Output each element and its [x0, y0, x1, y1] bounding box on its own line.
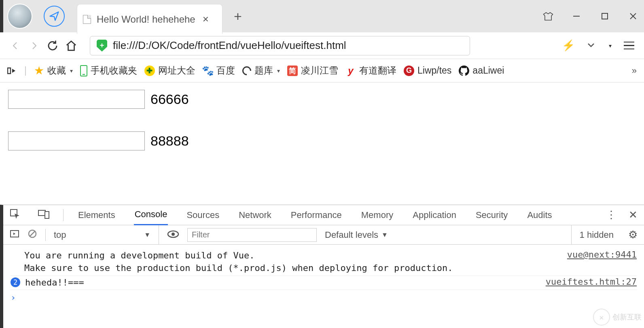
main-menu-button[interactable]	[624, 42, 634, 50]
console-sidebar-toggle[interactable]	[10, 229, 19, 241]
window-controls	[543, 0, 638, 32]
console-toolbar: top ▼ Default levels ▼ 1 hidden ⚙	[3, 225, 644, 245]
bookmarks-bar: | ★收藏▾ 手机收藏夹 ✚网址大全 🐾百度 题库▾ 简凌川江雪 y有道翻译 G…	[0, 59, 644, 83]
message-source-link[interactable]: vueiftest.html:27	[546, 277, 637, 287]
devtools-tabbar: Elements Console Sources Network Perform…	[3, 205, 644, 225]
text-input-1[interactable]	[8, 131, 145, 150]
console-prompt[interactable]: ›	[11, 290, 637, 303]
clear-console-button[interactable]	[28, 229, 37, 241]
jianshu-icon: 简	[287, 66, 298, 76]
new-tab-button[interactable]: +	[234, 8, 242, 24]
context-selector[interactable]: top ▼	[54, 225, 159, 244]
live-expression-button[interactable]	[167, 229, 179, 241]
bookmark-item-4[interactable]: y有道翻译	[345, 64, 396, 77]
tab-elements[interactable]: Elements	[77, 205, 116, 225]
sidebar-toggle-button[interactable]	[7, 66, 17, 75]
star-icon: ★	[34, 64, 44, 77]
browser-tab[interactable]: Hello World! hehehehe ×	[77, 4, 222, 34]
browser-titlebar: Hello World! hehehehe × +	[0, 0, 644, 32]
context-label: top	[54, 230, 66, 240]
url-input-box[interactable]: + file:///D:/OK/Code/frontEnd/vueHello/v…	[90, 36, 470, 55]
content-row-0: 66666	[8, 90, 636, 109]
bookmark-item-2[interactable]: 题库▾	[242, 64, 280, 77]
github-icon	[459, 66, 469, 76]
bookmark-item-0[interactable]: ✚网址大全	[144, 64, 195, 77]
value-text-0: 66666	[150, 91, 189, 107]
hidden-messages-count[interactable]: 1 hidden	[571, 225, 614, 244]
tab-network[interactable]: Network	[238, 205, 272, 225]
levels-label: Default levels	[325, 230, 378, 240]
maximize-button[interactable]	[600, 11, 610, 21]
speed-bolt-icon[interactable]: ⚡	[562, 39, 575, 52]
profile-avatar[interactable]	[7, 4, 32, 29]
watermark: ✕ 创新互联	[593, 309, 642, 326]
bookmark-label: 凌川江雪	[301, 64, 338, 77]
forward-button[interactable]	[27, 38, 41, 53]
text-input-0[interactable]	[8, 90, 145, 109]
tab-security[interactable]: Security	[475, 205, 508, 225]
tab-close-button[interactable]: ×	[203, 13, 209, 25]
url-text: file:///D:/OK/Code/frontEnd/vueHello/vue…	[113, 39, 346, 52]
bookmark-item-1[interactable]: 🐾百度	[203, 64, 235, 77]
console-filter-input[interactable]	[187, 228, 317, 242]
message-count-badge: 2	[11, 277, 20, 287]
bookmark-label: 百度	[216, 64, 235, 77]
page-file-icon	[83, 15, 91, 24]
console-output: You are running a development build of V…	[3, 245, 644, 328]
log-levels-selector[interactable]: Default levels ▼	[325, 230, 388, 240]
svg-rect-6	[38, 210, 45, 216]
skin-button[interactable]	[543, 11, 553, 21]
360-icon: ✚	[144, 66, 155, 76]
value-text-1: 88888	[150, 133, 189, 149]
bookmarks-overflow-button[interactable]: »	[632, 66, 637, 76]
bookmark-label: aaLiwei	[472, 65, 504, 76]
bookmark-item-3[interactable]: 简凌川江雪	[287, 64, 338, 77]
minimize-button[interactable]	[571, 11, 582, 21]
address-right-controls: ⚡ ▾	[562, 39, 636, 52]
bookmark-item-5[interactable]: GLiwp/tes	[404, 65, 451, 76]
device-toolbar-button[interactable]	[38, 209, 49, 221]
gitee-icon: G	[404, 66, 414, 76]
devtools-more-button[interactable]: ⋮	[606, 209, 616, 221]
undo-close-button[interactable]: ▾	[607, 42, 612, 49]
svg-point-12	[172, 233, 175, 236]
console-message-0: You are running a development build of V…	[11, 249, 637, 276]
home-button[interactable]	[64, 38, 78, 53]
mobile-favorites-label: 手机收藏夹	[91, 64, 137, 77]
tiku-icon	[240, 64, 253, 77]
mobile-icon	[80, 65, 87, 76]
bookmark-item-6[interactable]: aaLiwei	[459, 65, 504, 76]
page-content: 66666 88888	[0, 83, 644, 150]
tab-title: Hello World! hehehehe	[97, 14, 195, 25]
reload-button[interactable]	[45, 38, 60, 53]
window-close-button[interactable]	[628, 11, 638, 21]
back-button[interactable]	[8, 38, 23, 53]
bookmark-label: Liwp/tes	[417, 65, 451, 76]
console-message-1: 2 heheda!!=== vueiftest.html:27	[11, 276, 637, 290]
tab-performance[interactable]: Performance	[290, 205, 343, 225]
favorites-label: 收藏	[47, 64, 66, 77]
console-settings-button[interactable]: ⚙	[628, 229, 638, 241]
address-bar: + file:///D:/OK/Code/frontEnd/vueHello/v…	[0, 32, 644, 59]
youdao-icon: y	[345, 66, 356, 76]
svg-rect-7	[45, 212, 49, 218]
message-source-link[interactable]: vue@next:9441	[567, 250, 637, 260]
inspect-element-button[interactable]	[10, 209, 20, 222]
dropdown-toggle[interactable]	[587, 42, 595, 49]
svg-line-10	[30, 231, 35, 237]
navigation-compass-button[interactable]	[44, 6, 65, 27]
favorites-button[interactable]: ★收藏▾	[34, 64, 73, 77]
tab-application[interactable]: Application	[412, 205, 457, 225]
compass-arrow-icon	[49, 11, 60, 22]
devtools-close-button[interactable]: ✕	[629, 209, 638, 221]
separator: |	[24, 65, 27, 76]
tab-audits[interactable]: Audits	[526, 205, 553, 225]
tab-memory[interactable]: Memory	[360, 205, 394, 225]
mobile-favorites-button[interactable]: 手机收藏夹	[80, 64, 137, 77]
devtools-panel: Elements Console Sources Network Perform…	[0, 205, 644, 328]
watermark-text: 创新互联	[612, 312, 642, 322]
tab-sources[interactable]: Sources	[186, 205, 220, 225]
tab-console[interactable]: Console	[134, 205, 168, 225]
message-text: You are running a development build of V…	[11, 250, 453, 275]
security-shield-icon: +	[97, 40, 107, 52]
